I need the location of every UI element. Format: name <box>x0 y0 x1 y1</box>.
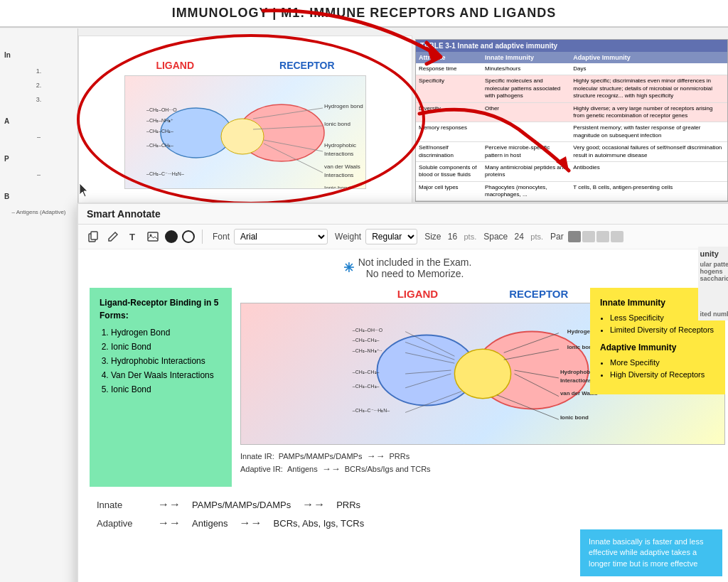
svg-text:–CH₂–CH₂–: –CH₂–CH₂– <box>353 370 380 374</box>
svg-text:–CH₂–CH₂–: –CH₂–CH₂– <box>146 129 173 134</box>
page-background: IMMUNOLOGY | M1: IMMUNE RECEPTORS AND LI… <box>0 0 728 582</box>
adaptive-immunity-list: More Specifity High Diversity of Recepto… <box>600 357 715 380</box>
weight-label: Weight <box>335 232 361 242</box>
table-row: Soluble components of blood or tissue fl… <box>416 161 727 181</box>
sidebar-sub: 3. <box>32 95 46 104</box>
size-value: 16 <box>446 232 460 242</box>
align-justify-icon[interactable] <box>611 231 623 242</box>
sidebar-sub: 1. <box>32 66 46 76</box>
list-item: Hydrogen Bond <box>111 326 222 339</box>
table-row-highlighted: Specificity Specific molecules and molec… <box>416 75 727 102</box>
notice-text: Not included in the Exam. No need to Mem… <box>358 257 472 279</box>
align-center-icon[interactable] <box>582 231 595 242</box>
svg-text:–CH₂–CH₂–: –CH₂–CH₂– <box>146 143 173 148</box>
alignment-icons <box>568 231 623 242</box>
svg-text:Interactions: Interactions <box>324 151 353 157</box>
smart-annotate-panel: Smart Annotate T <box>77 203 728 582</box>
adaptive-ir-row: Adaptive IR: Antigens →→ BCRs/Abs/Igs an… <box>240 463 725 474</box>
svg-text:–CH₂–C⁻···H₂N–: –CH₂–C⁻···H₂N– <box>146 171 184 176</box>
table-row: Major cell types Phagocytes (monocytes, … <box>416 181 727 201</box>
svg-text:Ionic bond: Ionic bond <box>324 185 350 188</box>
bg-ligand-label: LIGAND <box>156 60 194 71</box>
color-filled-circle[interactable] <box>165 230 178 243</box>
svg-text:Ionic bond: Ionic bond <box>324 121 350 127</box>
bottom-flow-section: Innate →→ PAMPs/MAMPs/DAMPs →→ PRRs Adap… <box>90 498 725 529</box>
panel-diagram-area: LIGAND RECEPTOR –CH <box>240 288 725 487</box>
flow-arrow-icon: →→ <box>158 498 181 511</box>
svg-text:–CH₂–C⁻···H₂N–: –CH₂–C⁻···H₂N– <box>353 408 390 413</box>
list-item: Hydrophobic Interactions <box>111 355 222 367</box>
edit-icon[interactable] <box>105 229 121 244</box>
bg-diagram-svg: Hydrogen bond Ionic bond Hydrophobic Int… <box>125 76 365 188</box>
ir-text-section: Innate IR: PAMPs/MAMPs/DAMPs →→ PRRs Ada… <box>240 451 725 474</box>
table-row-highlighted: Diversity Other Highly diverse; a very l… <box>416 102 727 122</box>
panel-header: Smart Annotate <box>78 204 728 225</box>
svg-rect-22 <box>91 232 97 239</box>
innate-ir-row: Innate IR: PAMPs/MAMPs/DAMPs →→ PRRs <box>240 451 725 461</box>
list-item: High Diversity of Receptors <box>610 369 715 381</box>
pts2: pts. <box>530 232 543 241</box>
list-item: Limited Diversity of Receptors <box>610 324 715 336</box>
svg-text:Interactions: Interactions <box>324 172 353 178</box>
font-label: Font <box>213 232 230 242</box>
svg-point-2 <box>221 119 264 154</box>
arrow-icon: →→ <box>322 463 341 474</box>
innate-flow-items: PAMPs/MAMPs/DAMPs <box>192 500 291 510</box>
col-adaptive: Adaptive Immunity <box>570 52 727 63</box>
list-item: Ionic Bond <box>111 383 222 396</box>
innate-ir-label: Innate IR: <box>240 452 274 460</box>
par-label: Par <box>550 232 564 242</box>
svg-text:Interactions: Interactions <box>560 377 592 384</box>
sticky-green-note: Ligand-Receptor Binding in 5 Forms: Hydr… <box>90 288 232 487</box>
svg-point-28 <box>454 349 510 398</box>
adaptive-ir-items: Antigens <box>287 465 318 473</box>
bg-table-title: TABLE 3-1 Innate and adaptive immunity <box>416 40 727 52</box>
col-attribute: Attribute <box>416 52 482 63</box>
adaptive-ir-label: Adaptive IR: <box>240 465 283 473</box>
sidebar-item: B <box>0 190 77 203</box>
color-outline-circle[interactable] <box>182 230 195 243</box>
svg-text:van der Waals: van der Waals <box>324 163 360 170</box>
page-title: IMMUNOLOGY | M1: IMMUNE RECEPTORS AND LI… <box>0 0 728 28</box>
panel-content: ✳ Not included in the Exam. No need to M… <box>78 249 728 582</box>
asterisk-icon: ✳ <box>343 260 354 276</box>
weight-select[interactable]: Regular Bold Italic <box>365 229 417 244</box>
blue-tooltip: Innate basically is faster and less effe… <box>580 529 722 576</box>
panel-toolbar: T Font Arial Times New Roman Helvetica W… <box>78 225 728 249</box>
text-icon[interactable]: T <box>125 229 141 244</box>
bg-table-content: Attribute Innate Immunity Adaptive Immun… <box>416 52 727 201</box>
image-icon[interactable] <box>145 229 161 244</box>
list-item: More Specifity <box>610 357 715 369</box>
bg-diagram-image: Hydrogen bond Ionic bond Hydrophobic Int… <box>124 75 366 189</box>
space-label: Space <box>483 232 508 242</box>
align-right-icon[interactable] <box>596 231 609 242</box>
table-row: Response time Minutes/hours Days <box>416 63 727 75</box>
bg-diagram-labels: LIGAND RECEPTOR <box>156 60 334 71</box>
list-item: Ionic Bond <box>111 340 222 353</box>
panel-receptor-label: RECEPTOR <box>509 288 568 300</box>
font-select[interactable]: Arial Times New Roman Helvetica <box>234 229 328 244</box>
sidebar-sub: – Antigens (Adaptive) <box>7 208 70 217</box>
copy-icon[interactable] <box>85 229 101 244</box>
svg-text:–CH₂–CH₂–: –CH₂–CH₂– <box>353 338 380 343</box>
bg-ligand-receptor-diagram: LIGAND RECEPTOR Hydrogen bond Ionic bond… <box>78 36 412 213</box>
bg-innate-adaptive-table: TABLE 3-1 Innate and adaptive immunity A… <box>415 39 728 202</box>
sidebar-sub: – <box>33 132 45 142</box>
sidebar-item: P <box>0 152 77 166</box>
left-sidebar: In 1. 2. 3. A – P – B – Antigens (Adapti… <box>0 28 78 582</box>
adaptive-flow-result: BCRs, Abs, Igs, TCRs <box>274 518 365 529</box>
sticky-green-list: Hydrogen Bond Ionic Bond Hydrophobic Int… <box>100 326 222 396</box>
svg-rect-24 <box>148 232 158 241</box>
innate-flow-result: PRRs <box>336 500 360 510</box>
flow-arrow-icon: →→ <box>302 498 325 511</box>
sidebar-item: In <box>0 48 77 62</box>
pts1: pts. <box>464 232 477 241</box>
align-left-icon[interactable] <box>568 231 581 242</box>
adaptive-flow-items: Antigens <box>192 518 228 529</box>
col-innate: Innate Immunity <box>482 52 570 63</box>
table-row: Memory responses Persistent memory; with… <box>416 122 727 142</box>
sidebar-sub: 2. <box>32 80 46 90</box>
sidebar-sub: – <box>33 170 45 180</box>
innate-flow-label: Innate <box>97 500 146 510</box>
adaptive-flow-row: Adaptive →→ Antigens →→ BCRs, Abs, Igs, … <box>97 517 718 529</box>
